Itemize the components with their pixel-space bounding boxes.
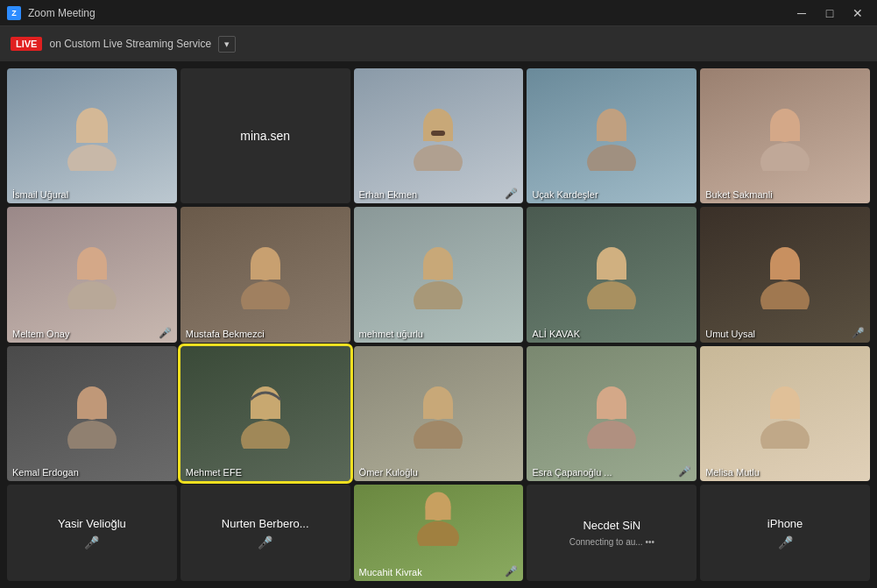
bottom-cell-3[interactable]: Mucahit Kivrak 🎤 bbox=[354, 485, 524, 581]
mute-icon-10: 🎤 bbox=[852, 327, 865, 339]
svg-point-44 bbox=[417, 521, 459, 546]
participant-name-13: Ömer Kuloğlu bbox=[359, 467, 418, 478]
svg-point-11 bbox=[760, 143, 810, 171]
svg-rect-21 bbox=[423, 264, 453, 280]
svg-point-41 bbox=[760, 421, 810, 449]
participant-cell-15[interactable]: Melisa Mutlu bbox=[700, 346, 870, 481]
mute-icon-b3: 🎤 bbox=[505, 565, 518, 577]
svg-rect-15 bbox=[77, 264, 107, 280]
title-bar-left: Z Zoom Meeting bbox=[7, 6, 95, 20]
bottom-name-3: Mucahit Kivrak bbox=[359, 567, 422, 577]
svg-rect-12 bbox=[770, 125, 800, 141]
svg-rect-2 bbox=[76, 125, 108, 143]
participant-name-9: ALİ KAVAK bbox=[532, 329, 580, 339]
window-title: Zoom Meeting bbox=[28, 7, 95, 19]
svg-point-17 bbox=[241, 281, 290, 309]
svg-rect-33 bbox=[251, 403, 280, 419]
participant-cell-2[interactable]: mina.sen bbox=[180, 68, 350, 203]
participant-name-5: Buket Sakmanli bbox=[705, 189, 772, 200]
bottom-name-2: Nurten Berbero... bbox=[222, 517, 309, 530]
svg-rect-45 bbox=[426, 507, 451, 520]
bottom-name-5: iPhone bbox=[767, 517, 803, 530]
mute-icon-b2: 🎤 bbox=[258, 535, 272, 549]
svg-rect-18 bbox=[251, 264, 280, 280]
participant-name-10: Umut Uysal bbox=[705, 329, 755, 339]
participant-cell-10[interactable]: Umut Uysal 🎤 bbox=[700, 207, 870, 342]
toolbar: LIVE on Custom Live Streaming Service ▾ bbox=[0, 26, 877, 61]
bottom-row: Yasir Velioğlu 🎤 Nurten Berbero... 🎤 Muc… bbox=[7, 485, 870, 581]
mute-icon-b5: 🎤 bbox=[778, 535, 793, 549]
bottom-name-4: Necdet SiN bbox=[583, 519, 640, 532]
svg-point-8 bbox=[587, 145, 636, 171]
participant-cell-9[interactable]: ALİ KAVAK bbox=[527, 207, 697, 342]
bottom-cell-5[interactable]: iPhone 🎤 bbox=[700, 485, 870, 581]
title-bar-controls: ─ □ ✕ bbox=[789, 4, 870, 23]
bottom-name-1: Yasir Velioğlu bbox=[58, 517, 126, 530]
svg-point-35 bbox=[414, 421, 463, 449]
svg-point-23 bbox=[587, 281, 636, 309]
svg-point-26 bbox=[760, 281, 810, 309]
title-bar: Z Zoom Meeting ─ □ ✕ bbox=[0, 0, 877, 26]
svg-rect-30 bbox=[77, 403, 107, 419]
participant-cell-13[interactable]: Ömer Kuloğlu bbox=[354, 346, 524, 481]
mute-icon-3: 🎤 bbox=[505, 188, 518, 200]
svg-rect-6 bbox=[431, 131, 445, 136]
svg-rect-42 bbox=[770, 403, 800, 419]
participant-cell-7[interactable]: Mustafa Bekmezci bbox=[180, 207, 350, 342]
svg-rect-36 bbox=[423, 403, 453, 419]
maximize-button[interactable]: □ bbox=[817, 4, 842, 23]
svg-point-4 bbox=[414, 145, 463, 171]
participant-cell-8[interactable]: mehmet uğurlu bbox=[354, 207, 524, 342]
svg-rect-27 bbox=[770, 264, 800, 280]
participant-cell-6[interactable]: Meltem Onay 🎤 bbox=[7, 207, 177, 342]
connecting-text-4: Connecting to au... ••• bbox=[569, 537, 654, 547]
svg-point-38 bbox=[587, 421, 636, 449]
participant-cell-4[interactable]: Uçak Kardeşler bbox=[527, 68, 697, 203]
svg-rect-9 bbox=[597, 125, 626, 141]
svg-point-1 bbox=[67, 145, 117, 171]
svg-point-14 bbox=[67, 281, 117, 309]
live-service-label: on Custom Live Streaming Service bbox=[49, 38, 211, 50]
mute-icon-6: 🎤 bbox=[159, 327, 172, 339]
minimize-button[interactable]: ─ bbox=[789, 4, 814, 23]
svg-point-20 bbox=[414, 281, 463, 309]
svg-point-29 bbox=[67, 421, 117, 449]
live-badge: LIVE bbox=[11, 37, 42, 51]
participant-name-6: Meltem Onay bbox=[12, 329, 69, 339]
svg-rect-39 bbox=[597, 403, 626, 419]
live-dropdown-button[interactable]: ▾ bbox=[218, 36, 236, 53]
participant-name-11: Kemal Erdogan bbox=[12, 467, 79, 478]
participant-cell-5[interactable]: Buket Sakmanli bbox=[700, 68, 870, 203]
bottom-cell-1[interactable]: Yasir Velioğlu 🎤 bbox=[7, 485, 177, 581]
participant-cell-3[interactable]: Erhan Ekmen 🎤 bbox=[354, 68, 524, 203]
participant-name-8: mehmet uğurlu bbox=[359, 329, 423, 339]
video-area: İsmail Uğural mina.sen Erhan Ekmen 🎤 bbox=[0, 61, 877, 588]
participant-name-3: Erhan Ekmen bbox=[359, 189, 418, 200]
participant-name-15: Melisa Mutlu bbox=[705, 467, 760, 478]
participant-cell-12[interactable]: Mehmet EFE bbox=[180, 346, 350, 481]
close-button[interactable]: ✕ bbox=[845, 4, 870, 23]
mute-icon-14: 🎤 bbox=[678, 465, 691, 478]
mute-icon-b1: 🎤 bbox=[84, 535, 99, 549]
app-icon: Z bbox=[7, 6, 21, 20]
bottom-cell-2[interactable]: Nurten Berbero... 🎤 bbox=[180, 485, 350, 581]
participant-name-7: Mustafa Bekmezci bbox=[186, 329, 265, 339]
svg-point-32 bbox=[241, 421, 290, 449]
svg-rect-24 bbox=[597, 264, 626, 280]
participant-cell-11[interactable]: Kemal Erdogan bbox=[7, 346, 177, 481]
video-grid: İsmail Uğural mina.sen Erhan Ekmen 🎤 bbox=[7, 68, 870, 481]
participant-cell-14[interactable]: Esra Çapanoğlu ... 🎤 bbox=[527, 346, 697, 481]
bottom-cell-4[interactable]: Necdet SiN Connecting to au... ••• bbox=[527, 485, 697, 581]
participant-name-2: mina.sen bbox=[240, 129, 290, 143]
participant-name-12: Mehmet EFE bbox=[186, 467, 242, 478]
participant-name-1: İsmail Uğural bbox=[12, 189, 68, 200]
participant-name-14: Esra Çapanoğlu ... bbox=[532, 467, 612, 478]
participant-cell-1[interactable]: İsmail Uğural bbox=[7, 68, 177, 203]
participant-name-4: Uçak Kardeşler bbox=[532, 189, 598, 200]
